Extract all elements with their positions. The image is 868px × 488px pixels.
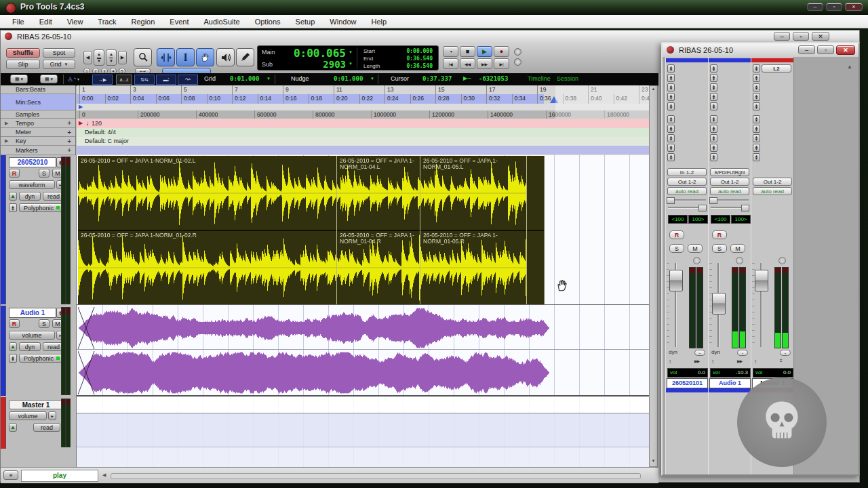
ruler-name-samples[interactable]: Samples: [1, 110, 75, 119]
rewind-button[interactable]: ◀◀: [460, 58, 475, 69]
region-boundary[interactable]: [526, 156, 527, 304]
edit-vertical-scrollbar[interactable]: ▲ ▼: [649, 85, 658, 467]
sub-counter-menu-icon[interactable]: ▼: [349, 62, 353, 66]
menu-item-window[interactable]: Window: [323, 16, 363, 27]
nudge-value-menu-icon[interactable]: ▼: [370, 77, 374, 81]
zoomer-tool-button[interactable]: [134, 48, 152, 66]
automation-mode-button[interactable]: auto read: [710, 187, 749, 195]
record-button[interactable]: ●: [494, 46, 509, 57]
main-counter-menu-icon[interactable]: ▼: [349, 50, 353, 54]
return-to-zero-button[interactable]: |◀: [443, 58, 458, 69]
ruler-name-meter[interactable]: Meter+: [1, 128, 75, 137]
send-selector-spinner[interactable]: ▲▼: [710, 125, 717, 133]
record-enable-button[interactable]: R: [712, 230, 727, 239]
track1-voice-selector[interactable]: Polyphonic: [19, 203, 64, 212]
menu-item-view[interactable]: View: [60, 16, 90, 27]
track2-auto-enable-icon[interactable]: ▲: [9, 342, 17, 351]
group-assign-button[interactable]: -: [780, 350, 791, 356]
ruler-name-key[interactable]: ▶Key+: [1, 137, 75, 146]
meter-event-value[interactable]: Default: 4/4: [85, 129, 116, 136]
track1-region-block[interactable]: 26-05-2010 = OFF = JAPA 1-NORM_01-02.L26…: [78, 156, 545, 304]
disclosure-icon[interactable]: ▶: [5, 121, 8, 126]
channel-name-plate[interactable]: Audio 1: [709, 378, 751, 388]
ruler-name-bars-beats[interactable]: Bars:Beats: [1, 85, 75, 94]
play-button[interactable]: ▶: [477, 46, 492, 57]
channel-nav-icon[interactable]: Σ: [780, 359, 782, 363]
pencil-tool-button[interactable]: [236, 48, 254, 66]
trim-tool-button[interactable]: [157, 48, 175, 66]
add-event-icon[interactable]: +: [67, 138, 71, 145]
session-selection-label[interactable]: Session: [557, 75, 578, 82]
insert-selector-spinner[interactable]: ▲▼: [753, 102, 760, 110]
insert-selector-spinner[interactable]: ▲▼: [710, 74, 717, 82]
mode-slip-button[interactable]: Slip: [6, 60, 40, 69]
zoom-vertical-audio-button[interactable]: ▲▬▼: [94, 49, 104, 66]
menu-item-file[interactable]: File: [5, 16, 31, 27]
tempo-event-value[interactable]: 120: [92, 120, 102, 127]
zoom-in-arrow-button[interactable]: ▶: [118, 51, 127, 64]
output-path-button[interactable]: Out 1-2: [667, 178, 707, 186]
nudge-value[interactable]: 0:01.000: [334, 75, 363, 82]
link-options-icon[interactable]: ◬◔ ▾: [68, 75, 79, 82]
master-volume-lane[interactable]: [77, 413, 649, 447]
track2-voice-selector[interactable]: Polyphonic: [19, 354, 64, 363]
output-path-button[interactable]: Out 1-2: [710, 178, 749, 186]
track1-record-button[interactable]: R: [9, 169, 20, 178]
main-counter-value[interactable]: 0:00.065: [278, 47, 346, 60]
send-selector-spinner[interactable]: ▲▼: [710, 144, 717, 152]
mirror-midi-toggle[interactable]: ↷ᵇ: [178, 75, 198, 85]
ruler-name-markers[interactable]: Markers+: [1, 146, 75, 155]
send-selector-spinner[interactable]: ▲▼: [710, 115, 717, 123]
track2-record-button[interactable]: R: [9, 319, 20, 328]
record-enable-button[interactable]: R: [669, 230, 684, 239]
output-path-button[interactable]: Out 1-2: [753, 178, 792, 186]
channel-nav-icon[interactable]: ▶▶: [737, 359, 742, 363]
insert-selector-spinner[interactable]: ▲▼: [753, 64, 760, 73]
track-list-toggle[interactable]: ▦ ▾: [10, 75, 28, 83]
send-selector-spinner[interactable]: ▲▼: [667, 144, 675, 152]
scroll-down-icon[interactable]: ▼: [650, 459, 656, 466]
pan-slider-handle[interactable]: [698, 205, 707, 211]
pan-slider-handle[interactable]: [667, 197, 675, 204]
input-path-button[interactable]: S/PDIFLftRght: [710, 168, 749, 176]
grid-value[interactable]: 0:01.000: [230, 75, 259, 82]
insert-plugin-button[interactable]: L2: [762, 64, 791, 73]
region-list-toggle[interactable]: ▦ ▾: [40, 75, 58, 83]
region-boundary[interactable]: [336, 156, 337, 304]
master-auto-enable-icon[interactable]: ▲: [9, 423, 17, 432]
track2-name-field[interactable]: Audio 1: [9, 308, 56, 318]
group-assign-button[interactable]: -: [694, 350, 705, 356]
send-selector-spinner[interactable]: ▲▼: [753, 125, 760, 133]
meter-options-knob[interactable]: [778, 257, 786, 264]
markers-ruler[interactable]: [77, 146, 649, 154]
scrubber-tool-button[interactable]: [216, 48, 235, 66]
send-selector-spinner[interactable]: ▲▼: [710, 153, 717, 161]
meter-options-knob[interactable]: [736, 257, 743, 264]
send-selector-spinner[interactable]: ▲▼: [710, 134, 717, 142]
send-selector-spinner[interactable]: ▲▼: [667, 134, 675, 142]
master-name-field[interactable]: Master 1: [9, 400, 63, 409]
mix-maximize-button[interactable]: ▫: [817, 45, 834, 54]
insert-selector-spinner[interactable]: ▲▼: [710, 102, 717, 110]
master-automation-mode-button[interactable]: read: [33, 423, 60, 432]
tracks-canvas[interactable]: 26-05-2010 = OFF = JAPA 1-NORM_01-02.L26…: [77, 155, 649, 467]
ruler-name-min-secs[interactable]: Min:Secs: [1, 94, 75, 110]
add-event-icon[interactable]: +: [67, 146, 71, 154]
send-selector-spinner[interactable]: ▲▼: [667, 115, 675, 123]
menu-item-region[interactable]: Region: [124, 16, 161, 27]
insert-selector-spinner[interactable]: ▲▼: [667, 102, 675, 110]
volume-fader-cap[interactable]: [755, 270, 768, 291]
mix-scroll-up-icon[interactable]: ▲: [847, 64, 852, 70]
solo-button[interactable]: S: [712, 244, 727, 253]
insert-selector-spinner[interactable]: ▲▼: [667, 83, 675, 92]
mute-button[interactable]: M: [730, 244, 745, 253]
app-minimize-button[interactable]: –: [807, 3, 823, 11]
pan-slider-handle[interactable]: [709, 197, 717, 204]
master-view-arrow[interactable]: ▸: [48, 411, 56, 420]
insert-selector-spinner[interactable]: ▲▼: [667, 93, 675, 101]
track2-dyn-button[interactable]: dyn: [19, 342, 41, 351]
stop-button[interactable]: ■: [460, 46, 475, 57]
app-close-button[interactable]: ×: [845, 3, 863, 11]
track2-voice-spinner[interactable]: ▲▼: [9, 354, 17, 363]
automation-mode-button[interactable]: auto read: [667, 187, 707, 195]
